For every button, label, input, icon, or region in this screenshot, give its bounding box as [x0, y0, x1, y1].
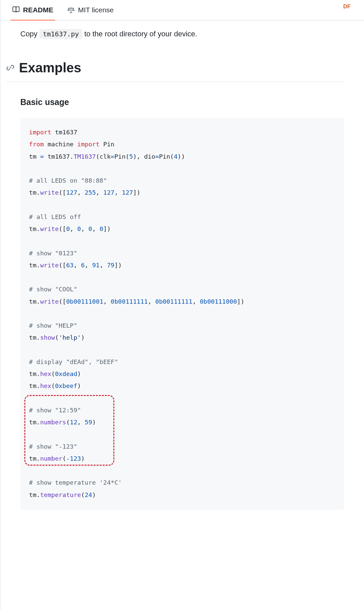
code-token: 0b00111001	[66, 298, 103, 305]
code-token: =	[155, 153, 159, 160]
code-token: tm.	[29, 455, 40, 462]
code-token: 123	[70, 455, 81, 462]
code-token: (	[55, 334, 59, 341]
code-token: write	[40, 189, 59, 196]
code-token: =	[40, 153, 44, 160]
code-token: import	[77, 141, 100, 148]
code-token: ,	[114, 189, 122, 196]
code-token: 91	[92, 262, 99, 269]
code-token: machine	[44, 141, 77, 148]
code-token: )	[81, 334, 85, 341]
code-comment: # show "HELP"	[29, 322, 77, 329]
tab-license[interactable]: MIT license	[67, 5, 114, 20]
code-token: 63	[66, 262, 73, 269]
tab-readme[interactable]: README	[12, 5, 53, 20]
code-token: 5	[129, 153, 133, 160]
code-token: =	[111, 153, 114, 160]
code-token: 0b00111111	[111, 298, 148, 305]
code-token: import	[29, 129, 51, 136]
code-token: 79	[107, 262, 114, 269]
code-token: Pin	[100, 141, 115, 148]
code-token: Pin(	[159, 153, 174, 160]
code-token: numbers	[40, 419, 66, 426]
code-token: hex	[40, 382, 51, 389]
code-token: )	[77, 382, 81, 389]
code-token: clk	[100, 153, 111, 160]
inline-code: tm1637.py	[39, 29, 82, 39]
readme-content: Copy tm1637.py to the root directory of …	[0, 20, 364, 520]
corner-badge: DF	[343, 3, 351, 11]
code-token: (	[66, 419, 70, 426]
code-token: from	[29, 141, 44, 148]
code-block[interactable]: import tm1637 from machine import Pin tm…	[20, 118, 344, 510]
code-comment: # show "-123"	[29, 443, 77, 450]
code-token: ,	[100, 262, 107, 269]
code-comment: # all LEDS on "88:88"	[29, 177, 107, 184]
code-token: (	[96, 153, 100, 160]
scale-icon	[67, 6, 75, 14]
code-token: 0xbeef	[55, 382, 77, 389]
code-token: temperature	[40, 491, 81, 498]
code-token: ([	[59, 262, 66, 269]
code-comment: # show "COOL"	[29, 286, 77, 293]
code-token: ])	[114, 262, 122, 269]
code-token: tm1637	[51, 129, 77, 136]
code-token: write	[40, 225, 59, 232]
tab-label: README	[23, 5, 53, 15]
tab-label: MIT license	[78, 5, 114, 15]
code-token: tm	[29, 153, 40, 160]
code-token: tm.	[29, 298, 40, 305]
code-token: dio	[144, 153, 155, 160]
code-token: ,	[85, 262, 92, 269]
code-token: 59	[85, 419, 92, 426]
code-token: ,	[148, 298, 155, 305]
code-token: tm.	[29, 262, 40, 269]
code-token: 127	[122, 189, 133, 196]
link-icon[interactable]	[6, 64, 14, 72]
code-token: tm.	[29, 334, 40, 341]
code-token: ,	[74, 262, 81, 269]
intro-suffix: to the root directory of your device.	[82, 30, 197, 38]
code-token: Pin(	[114, 153, 129, 160]
code-token: 'help'	[59, 334, 81, 341]
code-token: ])	[133, 189, 140, 196]
code-token: tm.	[29, 491, 40, 498]
code-token: 0	[66, 225, 70, 232]
code-token: ))	[178, 153, 185, 160]
code-token: 0xdead	[55, 370, 77, 377]
code-token: ,	[77, 189, 85, 196]
code-token: ,	[77, 419, 85, 426]
code-token: write	[40, 262, 59, 269]
code-token: ,	[96, 189, 103, 196]
code-token: 0b00111111	[155, 298, 192, 305]
code-comment: # show temperature '24*C'	[29, 479, 122, 486]
code-token: )	[77, 370, 81, 377]
intro-line: Copy tm1637.py to the root directory of …	[20, 28, 344, 40]
code-token: (	[51, 370, 55, 377]
code-token: tm1637.	[44, 153, 74, 160]
code-token: 0	[88, 225, 92, 232]
code-token: (	[51, 382, 55, 389]
book-icon	[12, 6, 20, 14]
h2-basic-usage: Basic usage	[20, 96, 344, 109]
page-root: DF README MIT license Copy tm1637.py to …	[0, 0, 364, 610]
code-token: )	[81, 455, 85, 462]
h1-examples: Examples	[19, 58, 81, 78]
code-token: ])	[237, 298, 244, 305]
code-token: (	[81, 491, 85, 498]
code-token: 127	[103, 189, 114, 196]
code-token: ,	[192, 298, 200, 305]
code-token: ,	[92, 225, 99, 232]
code-token: hex	[40, 370, 51, 377]
code-token: number	[40, 455, 62, 462]
code-token: ,	[103, 298, 111, 305]
code-token: tm.	[29, 419, 40, 426]
code-token: 255	[85, 189, 96, 196]
code-token: show	[40, 334, 55, 341]
code-token: ])	[103, 225, 111, 232]
code-token: tm.	[29, 225, 40, 232]
code-token: (	[62, 455, 66, 462]
code-token: tm.	[29, 189, 40, 196]
code-token: ([	[59, 298, 66, 305]
code-token: 4	[174, 153, 177, 160]
